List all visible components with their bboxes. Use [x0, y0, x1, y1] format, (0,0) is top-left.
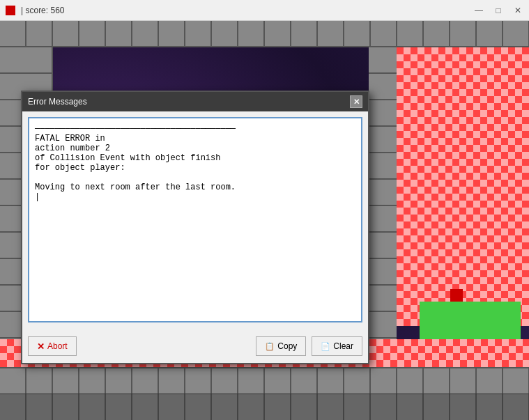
dialog-titlebar: Error Messages ✕ [22, 92, 368, 111]
abort-button[interactable]: ✕ Abort [28, 336, 77, 356]
clear-label: Clear [333, 341, 353, 351]
red-player [450, 289, 463, 302]
copy-button[interactable]: 📋 Copy [256, 336, 306, 356]
abort-label: Abort [47, 341, 68, 351]
game-icon [6, 6, 15, 15]
checkerboard-area [390, 47, 529, 326]
titlebar-controls: — □ ✕ [473, 6, 523, 15]
minimize-button[interactable]: — [473, 6, 484, 15]
top-tile-row [0, 21, 529, 47]
copy-label: Copy [277, 341, 297, 351]
clear-button[interactable]: 📄 Clear [312, 336, 362, 356]
game-area: Error Messages ✕ ───────────────────────… [0, 21, 529, 420]
right-gray-column [369, 47, 397, 340]
error-text-area[interactable]: ────────────────────────────────────────… [28, 117, 362, 322]
dialog-close-button[interactable]: ✕ [350, 95, 362, 108]
close-window-button[interactable]: ✕ [512, 6, 523, 15]
error-dialog: Error Messages ✕ ───────────────────────… [21, 91, 369, 364]
game-title: | score: 560 [21, 6, 473, 15]
right-buttons: 📋 Copy 📄 Clear [256, 336, 362, 356]
dialog-body: ────────────────────────────────────────… [22, 111, 368, 331]
abort-icon: ✕ [37, 341, 45, 352]
copy-icon: 📋 [265, 342, 275, 351]
dialog-title: Error Messages [28, 97, 87, 107]
maximize-button[interactable]: □ [493, 6, 504, 15]
game-window-titlebar: | score: 560 — □ ✕ [0, 0, 529, 21]
bottom-tile-row [0, 367, 529, 420]
dialog-footer: ✕ Abort 📋 Copy 📄 Clear [22, 331, 368, 363]
green-platform [420, 302, 521, 342]
clear-icon: 📄 [321, 342, 330, 351]
